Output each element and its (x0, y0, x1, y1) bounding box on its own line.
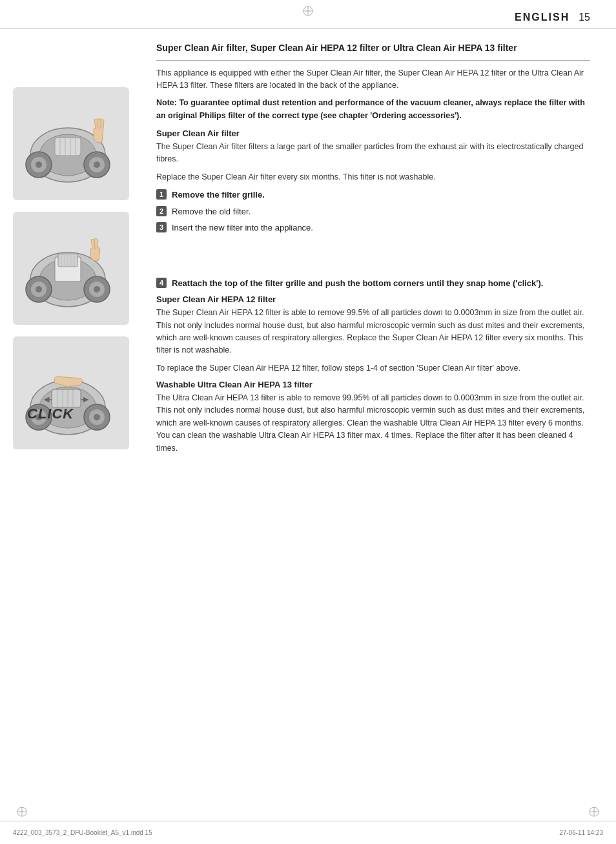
svg-point-29 (94, 286, 100, 293)
step-3: 3 Insert the new filter into the applian… (156, 221, 590, 234)
vacuum-image-3: CLICK (13, 336, 129, 449)
svg-point-26 (36, 286, 42, 293)
step-3-num: 3 (156, 222, 167, 232)
language-label: ENGLISH (515, 12, 570, 23)
step-1: 1 Remove the filter grille. (156, 189, 590, 201)
text-column: Super Clean Air filter, Super Clean Air … (156, 42, 590, 460)
step-2-num: 2 (156, 206, 167, 216)
hepa13-heading: Washable Ultra Clean Air HEPA 13 filter (156, 380, 590, 389)
step-1-num: 1 (156, 189, 167, 200)
svg-rect-45 (52, 389, 81, 407)
super-clean-air-para-1: The Super Clean Air filter filters a lar… (156, 141, 590, 166)
main-content: CLICK Super Clean Air filter, Super Clea… (0, 29, 616, 473)
svg-point-16 (94, 161, 100, 168)
image-column: CLICK (13, 42, 142, 460)
page: ENGLISH 15 (0, 0, 616, 844)
crosshair-bottom-left (16, 806, 28, 819)
crosshair-top (302, 5, 314, 19)
step-4-text: Reattach the top of the filter grille an… (172, 277, 543, 290)
vacuum-image-2 (13, 212, 129, 325)
crosshair-bottom-right (588, 806, 600, 819)
step-2: 2 Remove the old filter. (156, 205, 590, 218)
note-paragraph: Note: To guarantee optimal dust retentio… (156, 97, 590, 122)
step-4: 4 Reattach the top of the filter grille … (156, 277, 590, 290)
super-clean-air-heading: Super Clean Air filter (156, 129, 590, 138)
footer-filename: 4222_003_3573_2_DFU-Booklet_A5_v1.indd 1… (13, 829, 152, 836)
hepa12-heading: Super Clean Air HEPA 12 filter (156, 294, 590, 304)
step-1-text: Remove the filter grille. (172, 189, 265, 201)
hepa12-para-2: To replace the Super Clean Air HEPA 12 f… (156, 362, 590, 375)
step-3-text: Insert the new filter into the appliance… (172, 221, 313, 234)
intro-paragraph: This appliance is equipped with either t… (156, 67, 590, 92)
page-number: 15 (579, 12, 590, 23)
svg-point-13 (36, 161, 42, 168)
hepa12-para-1: The Super Clean Air HEPA 12 filter is ab… (156, 307, 590, 357)
spacer (156, 238, 590, 277)
footer: 4222_003_3573_2_DFU-Booklet_A5_v1.indd 1… (0, 821, 616, 844)
click-label: CLICK (27, 406, 74, 422)
hepa13-para-1: The Ultra Clean Air HEPA 13 filter is ab… (156, 392, 590, 455)
svg-rect-17 (55, 138, 81, 156)
vacuum-image-1 (13, 87, 129, 200)
main-section-title: Super Clean Air filter, Super Clean Air … (156, 42, 590, 55)
step-4-num: 4 (156, 278, 167, 288)
super-clean-air-para-2: Replace the Super Clean Air filter every… (156, 171, 590, 183)
title-divider (156, 60, 590, 61)
footer-date: 27-06-11 14:23 (559, 829, 603, 836)
step-2-text: Remove the old filter. (172, 205, 251, 218)
svg-point-44 (94, 414, 100, 420)
